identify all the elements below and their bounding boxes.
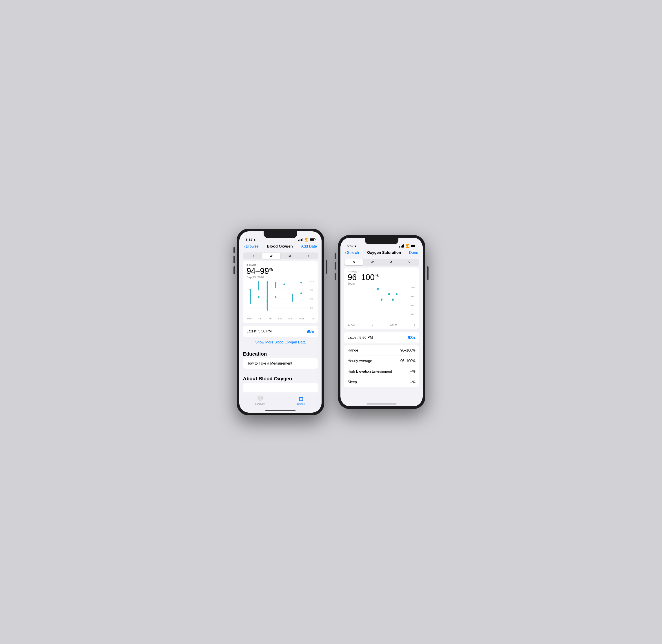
tab-bar-1: 🤍 Summary ⊞ Browse <box>239 394 322 410</box>
chart-date-1: Sep 23, 2020 <box>246 276 314 279</box>
phone-2: 5:52 ▲ 📶 ‹ Search Oxygen Saturation <box>338 235 425 409</box>
seg-w-2[interactable]: W <box>363 259 382 265</box>
nav-bar-2: ‹ Search Oxygen Saturation Done <box>340 249 423 257</box>
data-rows-2: Range 96–100% Hourly Average 96–100% Hig… <box>344 345 419 387</box>
seg-d-2[interactable]: D <box>345 259 363 265</box>
education-header: Education <box>239 347 322 358</box>
browse-icon: ⊞ <box>299 396 303 402</box>
chart-x-labels-2: 12 AM 6 12 PM 6 <box>348 323 416 327</box>
svg-point-30 <box>396 293 398 295</box>
data-row-elevation: High Elevation Environment --% <box>344 366 419 377</box>
seg-m-1[interactable]: M <box>281 253 299 259</box>
show-more-button[interactable]: Show More Blood Oxygen Data <box>239 337 322 347</box>
home-indicator-1 <box>265 410 295 411</box>
summary-icon: 🤍 <box>257 396 263 402</box>
page-title-2: Oxygen Saturation <box>367 250 401 255</box>
phone-1: 5:52 ▲ 📶 ‹ Browse Blood Oxygen Ad <box>237 229 324 415</box>
chart-date-2: Today <box>348 282 416 285</box>
about-card <box>243 383 318 392</box>
measurement-item[interactable]: How to Take a Measurement › <box>243 358 318 369</box>
signal-1 <box>298 238 303 241</box>
svg-text:85%: 85% <box>310 307 313 309</box>
data-row-hourly: Hourly Average 96–100% <box>344 356 419 366</box>
chart-value-2: 96–100% <box>348 273 416 282</box>
svg-point-32 <box>392 299 394 301</box>
latest-label-2: Latest: 5:50 PM <box>348 336 373 340</box>
chart-value-1: 94–99% <box>246 267 314 276</box>
signal-2 <box>399 245 404 248</box>
notch <box>264 231 297 238</box>
svg-text:90%: 90% <box>411 304 414 306</box>
svg-text:95%: 95% <box>310 289 313 291</box>
svg-point-18 <box>301 282 302 283</box>
latest-card-1: Latest: 5:50 PM 98% <box>243 326 318 337</box>
svg-point-11 <box>258 296 260 298</box>
back-button-2[interactable]: ‹ Search <box>345 250 359 255</box>
nav-bar-1: ‹ Browse Blood Oxygen Add Data <box>239 243 322 251</box>
chevron-right-icon: › <box>313 362 314 366</box>
done-button[interactable]: Done <box>409 250 418 255</box>
svg-text:95%: 95% <box>411 295 414 297</box>
wifi-icon-1: 📶 <box>305 238 308 242</box>
svg-text:90%: 90% <box>310 298 313 300</box>
latest-value-1: 98% <box>307 329 314 334</box>
svg-text:100%: 100% <box>310 281 314 282</box>
chart-area-2: 100% 95% 90% 85% <box>348 287 416 323</box>
seg-w-1[interactable]: W <box>262 253 281 259</box>
svg-point-29 <box>388 293 390 295</box>
notch-2 <box>365 238 398 245</box>
latest-label-1: Latest: 5:50 PM <box>246 329 272 334</box>
location-icon-2: ▲ <box>354 241 357 248</box>
svg-text:85%: 85% <box>411 313 414 315</box>
wifi-icon-2: 📶 <box>405 244 410 248</box>
chart-area-1: 100% 95% 90% 85% <box>246 281 314 317</box>
home-indicator-2 <box>367 404 397 405</box>
segment-control-2: D W M Y <box>344 259 419 266</box>
tab-browse[interactable]: ⊞ Browse <box>281 396 322 405</box>
about-header: About Blood Oxygen <box>239 372 322 383</box>
tab-summary[interactable]: 🤍 Summary <box>239 396 281 405</box>
battery-2 <box>411 245 416 247</box>
time-2: 5:52 <box>347 241 353 248</box>
svg-point-31 <box>381 299 382 301</box>
svg-point-13 <box>266 300 268 302</box>
chart-2: RANGE 96–100% Today 100% 95% <box>344 268 419 329</box>
svg-point-15 <box>275 296 277 298</box>
seg-y-2[interactable]: Y <box>400 259 419 265</box>
data-row-range: Range 96–100% <box>344 345 419 356</box>
seg-d-1[interactable]: D <box>243 253 262 259</box>
svg-point-28 <box>377 288 379 290</box>
back-button-1[interactable]: ‹ Browse <box>244 244 259 249</box>
seg-m-2[interactable]: M <box>381 259 400 265</box>
segment-control-1: D W M Y <box>243 252 318 259</box>
seg-y-1[interactable]: Y <box>299 253 318 259</box>
page-title-1: Blood Oxygen <box>267 244 293 249</box>
latest-value-2: 98% <box>407 335 416 340</box>
data-row-sleep: Sleep --% <box>344 377 419 387</box>
location-icon-1: ▲ <box>253 235 256 241</box>
battery-1 <box>310 238 315 241</box>
svg-text:100%: 100% <box>411 287 415 289</box>
svg-point-19 <box>301 293 302 294</box>
latest-card-2: Latest: 5:50 PM 98% <box>344 332 419 343</box>
chart-1: RANGE 94–99% Sep 23, 2020 100% 95% <box>243 261 318 323</box>
add-data-button[interactable]: Add Data <box>301 244 317 249</box>
chart-x-labels-1: Wed Thu Fri Sat Sun Mon Tue <box>246 317 314 320</box>
svg-point-16 <box>283 283 285 285</box>
time-1: 5:52 <box>246 234 252 242</box>
